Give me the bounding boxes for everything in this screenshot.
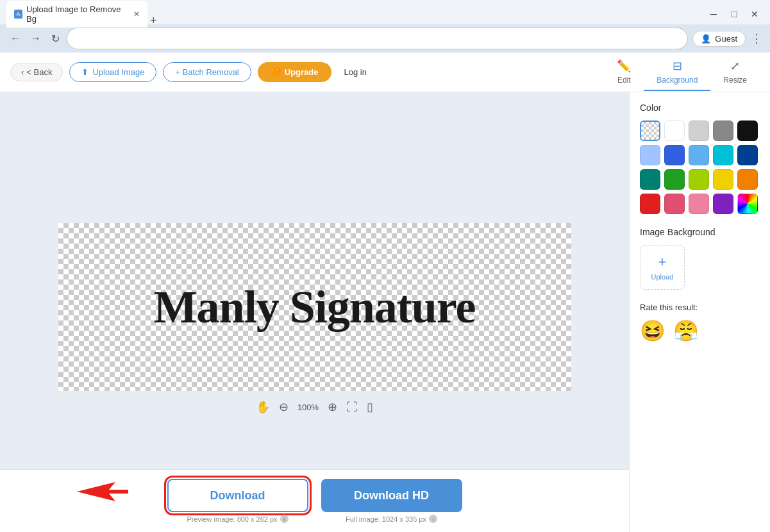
upgrade-label: Upgrade — [285, 67, 319, 77]
color-blue2[interactable] — [689, 145, 709, 165]
color-grid — [640, 121, 760, 214]
tab-close-icon[interactable]: ✕ — [133, 10, 140, 19]
color-blue1[interactable] — [664, 145, 685, 165]
guest-button[interactable]: 👤 Guest — [692, 31, 746, 47]
upload-label: Upload Image — [92, 67, 144, 77]
active-tab[interactable]: A Upload Image to Remove Bg ✕ — [6, 1, 147, 28]
info-icon-2: i — [429, 515, 437, 523]
maximize-button[interactable]: □ — [725, 8, 743, 21]
back-icon: ‹ — [21, 67, 24, 77]
download-button[interactable]: Download — [167, 479, 308, 512]
split-view-button[interactable]: ▯ — [367, 400, 373, 414]
svg-marker-0 — [77, 482, 128, 501]
color-transparent[interactable] — [640, 121, 660, 141]
upload-box-label: Upload — [651, 273, 674, 281]
resize-icon: ⤢ — [730, 59, 740, 73]
color-orange[interactable] — [737, 169, 758, 190]
upgrade-button[interactable]: 🧡 Upgrade — [258, 62, 331, 82]
color-dark-blue[interactable] — [737, 145, 758, 165]
login-label: Log in — [344, 67, 367, 77]
tab-list: A Upload Image to Remove Bg ✕ + — [6, 1, 699, 28]
color-cyan[interactable] — [713, 145, 733, 165]
download-bar: Download Preview image: 800 x 262 px i D… — [0, 469, 629, 532]
download-label: Download — [210, 489, 265, 502]
emoji-row: 😆 😤 — [640, 319, 760, 343]
address-bar: ← → ↻ anyeraser.com/upload/?td=removebg … — [0, 24, 770, 53]
color-red[interactable] — [640, 194, 660, 214]
tab-background[interactable]: ⊟ Background — [644, 54, 710, 91]
address-input[interactable]: anyeraser.com/upload/?td=removebg — [67, 28, 687, 49]
zoom-controls: ✋ ⊖ 100% ⊕ ⛶ ▯ — [256, 400, 373, 414]
info-icon: i — [280, 515, 289, 523]
tab-edit[interactable]: ✏️ Edit — [604, 54, 644, 91]
back-label: < Back — [26, 67, 52, 77]
main-content: Manly Signature ✋ ⊖ 100% ⊕ ⛶ ▯ Download — [0, 92, 770, 532]
pan-tool-button[interactable]: ✋ — [256, 400, 270, 414]
more-options-button[interactable]: ⋮ — [751, 31, 762, 46]
color-blue-light[interactable] — [640, 145, 660, 165]
color-gray[interactable] — [713, 121, 733, 141]
download-hd-button[interactable]: Download HD — [321, 479, 462, 512]
checker-background: Manly Signature — [58, 223, 571, 391]
color-green[interactable] — [664, 169, 685, 190]
color-purple[interactable] — [713, 194, 733, 214]
back-nav-button[interactable]: ← — [8, 30, 23, 47]
download-hd-label: Download HD — [354, 489, 429, 502]
color-black[interactable] — [737, 121, 758, 141]
panel-tabs: ✏️ Edit ⊟ Background ⤢ Resize — [604, 54, 760, 91]
tab-background-label: Background — [657, 76, 698, 85]
window-controls: ─ □ ✕ — [705, 8, 764, 21]
tab-resize-label: Resize — [723, 76, 747, 85]
upload-plus-icon: + — [658, 254, 667, 270]
reload-button[interactable]: ↻ — [49, 30, 62, 47]
zoom-level: 100% — [297, 403, 319, 412]
tab-title: Upload Image to Remove Bg — [26, 4, 126, 24]
color-white[interactable] — [664, 121, 685, 141]
new-tab-button[interactable]: + — [150, 14, 157, 28]
fit-screen-button[interactable]: ⛶ — [346, 401, 358, 414]
back-button[interactable]: ‹ < Back — [10, 63, 63, 81]
download-section: Download Preview image: 800 x 262 px i — [167, 479, 308, 523]
upload-icon: ⬆ — [81, 67, 88, 77]
full-info: Full image: 1024 x 335 px i — [346, 515, 437, 523]
color-section-title: Color — [640, 103, 760, 113]
arrow-indicator — [77, 482, 128, 504]
zoom-in-button[interactable]: ⊕ — [328, 400, 337, 414]
color-rainbow[interactable] — [737, 194, 758, 214]
title-bar: A Upload Image to Remove Bg ✕ + ─ □ ✕ — [0, 0, 770, 24]
color-light-pink[interactable] — [689, 194, 709, 214]
color-yellow[interactable] — [713, 169, 733, 190]
signature-text: Manly Signature — [154, 281, 476, 334]
login-button[interactable]: Log in — [338, 63, 373, 81]
tab-resize[interactable]: ⤢ Resize — [710, 54, 760, 91]
guest-icon: 👤 — [701, 34, 711, 44]
image-upload-box[interactable]: + Upload — [640, 245, 685, 290]
right-panel: Color Image Background — [629, 92, 770, 532]
rate-title: Rate this result: — [640, 303, 760, 312]
color-light-gray[interactable] — [689, 121, 709, 141]
preview-info: Preview image: 800 x 262 px i — [187, 515, 288, 523]
app-toolbar: ‹ < Back ⬆ Upload Image + Batch Removal … — [0, 53, 770, 92]
color-teal[interactable] — [640, 169, 660, 190]
forward-nav-button[interactable]: → — [28, 30, 44, 47]
upload-image-button[interactable]: ⬆ Upload Image — [69, 62, 156, 82]
minimize-button[interactable]: ─ — [705, 8, 723, 21]
color-yellow-green[interactable] — [689, 169, 709, 190]
browser-chrome: A Upload Image to Remove Bg ✕ + ─ □ ✕ ← … — [0, 0, 770, 53]
heart-icon: 🧡 — [271, 67, 281, 77]
canvas-area: Manly Signature ✋ ⊖ 100% ⊕ ⛶ ▯ Download — [0, 92, 629, 532]
batch-removal-button[interactable]: + Batch Removal — [163, 62, 251, 82]
happy-emoji-button[interactable]: 😆 — [640, 319, 665, 343]
batch-label: + Batch Removal — [175, 67, 239, 77]
color-pink[interactable] — [664, 194, 685, 214]
rate-section: Rate this result: 😆 😤 — [640, 303, 760, 343]
background-icon: ⊟ — [673, 59, 682, 73]
zoom-out-button[interactable]: ⊖ — [279, 400, 289, 414]
close-button[interactable]: ✕ — [746, 8, 764, 21]
guest-label: Guest — [715, 34, 737, 44]
angry-emoji-button[interactable]: 😤 — [673, 319, 699, 343]
tab-favicon: A — [14, 10, 22, 19]
image-bg-section: Image Background + Upload — [640, 227, 760, 290]
tab-edit-label: Edit — [617, 76, 631, 85]
download-hd-section: Download HD Full image: 1024 x 335 px i — [321, 479, 462, 523]
